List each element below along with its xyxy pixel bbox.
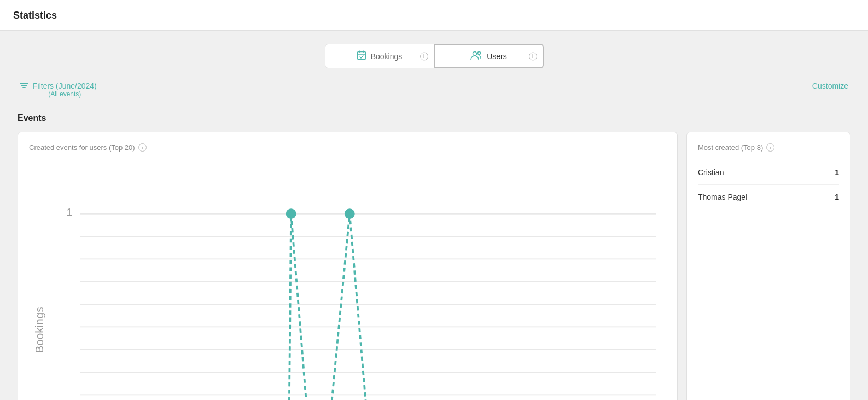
- leaderboard-name-0: Cristian: [698, 168, 724, 177]
- leaderboard-info-icon[interactable]: i: [766, 143, 774, 152]
- filter-sub-label: (All events): [33, 90, 97, 98]
- list-item: Thomas Pagel 1: [698, 185, 839, 209]
- tab-users[interactable]: Users i: [434, 44, 544, 68]
- calendar-check-icon: [357, 50, 366, 62]
- chart-point-11: [286, 208, 296, 219]
- charts-row: Created events for users (Top 20) i Book…: [18, 132, 850, 400]
- events-section-title: Events: [18, 113, 850, 123]
- chart-svg-wrapper: Bookings 0 1: [29, 160, 666, 400]
- leaderboard-name-1: Thomas Pagel: [698, 193, 747, 201]
- tabs-row: Bookings i Users i: [18, 44, 850, 68]
- filter-main-label: Filters (June/2024): [33, 82, 97, 90]
- main-chart-info-icon[interactable]: i: [138, 143, 147, 152]
- tab-users-label: Users: [487, 52, 507, 61]
- svg-text:1: 1: [66, 206, 72, 218]
- bookings-info-icon[interactable]: i: [420, 52, 428, 60]
- line-chart-svg: Bookings 0 1: [29, 160, 666, 400]
- tab-bookings[interactable]: Bookings i: [325, 44, 434, 68]
- filters-row: Filters (June/2024) (All events) Customi…: [18, 82, 850, 98]
- users-info-icon[interactable]: i: [529, 52, 537, 60]
- page-container: Statistics Bookings i: [0, 0, 868, 400]
- leaderboard-count-1: 1: [835, 193, 839, 201]
- leaderboard-count-0: 1: [835, 168, 839, 177]
- header: Statistics: [0, 0, 868, 31]
- leaderboard-title: Most created (Top 8) i: [698, 143, 839, 152]
- leaderboard-list: Cristian 1 Thomas Pagel 1: [698, 160, 839, 209]
- svg-rect-0: [357, 52, 365, 60]
- main-content: Bookings i Users i: [0, 31, 868, 400]
- main-chart-card: Created events for users (Top 20) i Book…: [18, 132, 678, 400]
- leaderboard-card: Most created (Top 8) i Cristian 1 Thomas…: [686, 132, 850, 400]
- page-title: Statistics: [13, 10, 855, 21]
- filter-button[interactable]: Filters (June/2024) (All events): [20, 82, 97, 98]
- list-item: Cristian 1: [698, 160, 839, 185]
- chart-point-14: [345, 208, 355, 219]
- svg-point-2: [478, 52, 481, 55]
- svg-text:Bookings: Bookings: [33, 307, 45, 353]
- customize-button[interactable]: Customize: [812, 82, 848, 90]
- tab-bookings-label: Bookings: [371, 52, 403, 61]
- users-icon: [470, 50, 482, 62]
- filter-icon: [20, 83, 28, 92]
- svg-point-1: [473, 52, 477, 56]
- filter-text: Filters (June/2024) (All events): [33, 82, 97, 98]
- main-chart-title: Created events for users (Top 20) i: [29, 143, 666, 152]
